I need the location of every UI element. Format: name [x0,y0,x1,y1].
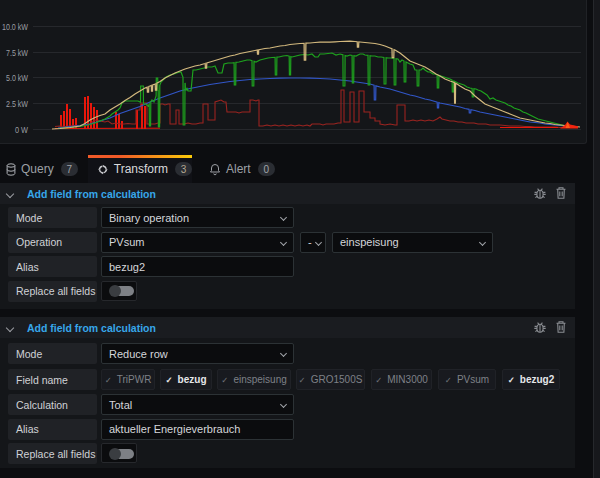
svg-text:10.0 kW: 10.0 kW [2,21,28,32]
svg-text:0 W: 0 W [15,124,28,135]
svg-text:2.5 kW: 2.5 kW [6,98,28,109]
svg-text:5.0 kW: 5.0 kW [6,72,28,83]
svg-text:7.5 kW: 7.5 kW [6,47,28,58]
